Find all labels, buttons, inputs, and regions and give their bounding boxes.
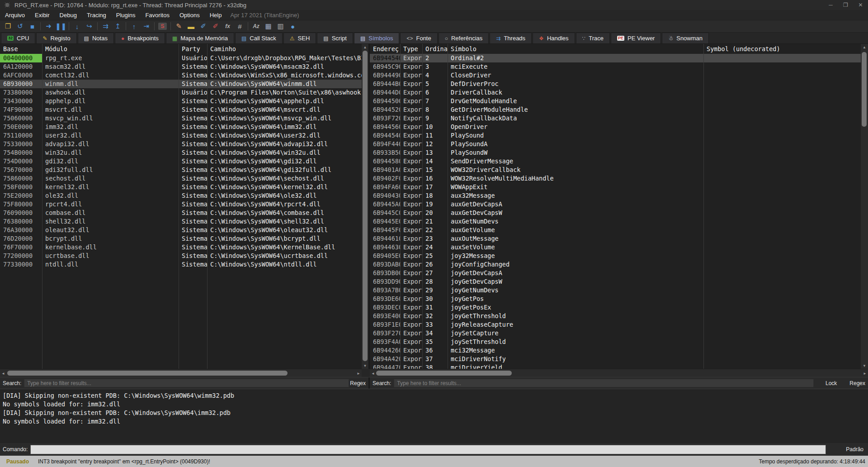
maximize-button[interactable]: ❐ — [838, 0, 853, 10]
column-header-m-dulo[interactable]: Módulo — [42, 44, 179, 54]
tab-trace[interactable]: ∵Trace — [576, 33, 610, 43]
menu-item-debug[interactable]: Debug — [55, 10, 82, 20]
step-over-icon[interactable]: ↪ — [83, 21, 95, 32]
table-row[interactable]: 6B9445F0Export22auxGetVolume — [370, 226, 861, 234]
table-row[interactable]: 75E20000ole32.dllSistemaC:\Windows\SysWO… — [0, 191, 362, 200]
command-profile-select[interactable]: Padrão — [846, 446, 868, 453]
table-row[interactable]: 6B944260Export36mci32Message — [370, 346, 861, 355]
command-input[interactable] — [30, 445, 826, 454]
table-row[interactable]: 6B944520Export8GetDriverModuleHandle — [370, 105, 861, 114]
regex-toggle[interactable]: Regex — [350, 380, 366, 386]
step-into-icon[interactable]: ↓ — [71, 21, 83, 32]
table-row[interactable]: 6B93DE60Export30joyGetPos — [370, 295, 861, 303]
table-row[interactable]: 75110000user32.dllSistemaC:\Windows\SysW… — [0, 131, 362, 140]
table-row[interactable]: 754D0000gdi32.dllSistemaC:\Windows\SysWO… — [0, 157, 362, 166]
hash-analysis-icon[interactable]: # — [234, 21, 246, 32]
table-row[interactable]: 77330000ntdll.dllSistemaC:\Windows\SysWO… — [0, 260, 362, 269]
symbols-search-input[interactable] — [394, 379, 814, 387]
memory-layout-icon[interactable]: ▥ — [274, 21, 287, 32]
table-row[interactable]: 6B93DB00Export27joyGetDevCapsA — [370, 269, 861, 277]
table-row[interactable]: 6B944560Export10OpenDriver — [370, 123, 861, 131]
column-header-ordina[interactable]: Ordina — [422, 44, 448, 54]
settings-globe-icon[interactable]: ● — [287, 21, 299, 32]
table-row[interactable]: 758F0000kernel32.dllSistemaC:\Windows\Sy… — [0, 183, 362, 191]
table-row[interactable]: 6B93DD90Export28joyGetDevCapsW — [370, 277, 861, 286]
table-row[interactable]: 6B944630Export24auxSetVolume — [370, 243, 861, 252]
table-row[interactable]: 6B945C90Export3mciExecute — [370, 62, 861, 71]
column-header-endere-[interactable]: Endereç — [370, 44, 400, 54]
table-row[interactable]: 74F90000msvcrt.dllSistemaC:\Windows\SysW… — [0, 105, 362, 114]
string-analysis-icon[interactable]: Az — [250, 21, 262, 32]
scroll-right-icon[interactable]: ► — [355, 369, 362, 377]
table-row[interactable]: 6B944580Export14SendDriverMessage — [370, 157, 861, 166]
column-header-symbol-undecorated-[interactable]: Symbol (undecorated) — [703, 44, 861, 54]
table-row[interactable]: 6B944610Export23auxOutMessage — [370, 234, 861, 243]
tab-snowman[interactable]: ☃Snowman — [662, 33, 709, 43]
table-row[interactable]: 750E0000imm32.dllSistemaC:\Windows\SysWO… — [0, 123, 362, 131]
table-row[interactable]: 00400000rpg_rt.exeUsuárioC:\Users\drxgb\… — [0, 54, 362, 62]
menu-item-favoritos[interactable]: Favoritos — [140, 10, 174, 20]
stop-icon[interactable]: ■ — [26, 21, 38, 32]
comment-icon[interactable]: ▬ — [185, 21, 197, 32]
highlight-icon[interactable]: ✐ — [209, 21, 222, 32]
open-file-icon[interactable]: ❐ — [2, 21, 14, 32]
step-out-icon[interactable]: ↑ — [128, 21, 140, 32]
scroll-right-icon[interactable]: ► — [862, 369, 868, 377]
table-row[interactable]: 6B9445E0Export21auxGetNumDevs — [370, 217, 861, 226]
skip-next-icon[interactable]: ⇥ — [140, 21, 152, 32]
modules-search-input[interactable] — [24, 379, 349, 387]
close-button[interactable]: ✕ — [853, 0, 868, 10]
menu-item-exibir[interactable]: Exibir — [30, 10, 55, 20]
table-row[interactable]: 6B94F440Export12PlaySoundA — [370, 140, 861, 148]
table-row[interactable]: 75330000advapi32.dllSistemaC:\Windows\Sy… — [0, 140, 362, 148]
tab-threads[interactable]: ⇉Threads — [490, 33, 532, 43]
regex-toggle[interactable]: Regex — [849, 380, 865, 386]
execute-till-return-icon[interactable]: ↥ — [112, 21, 124, 32]
table-row[interactable]: 6B940430Export18aux32Message — [370, 191, 861, 200]
table-row[interactable]: 76380000shell32.dllSistemaC:\Windows\Sys… — [0, 217, 362, 226]
table-row[interactable]: 6B944540Export2Ordinal#2 — [370, 54, 861, 62]
table-row[interactable]: 75670000gdi32full.dllSistemaC:\Windows\S… — [0, 166, 362, 174]
modules-horizontal-scrollbar[interactable]: ◄ ► — [0, 369, 362, 377]
table-row[interactable]: 6B94A420Export37mciDriverNotify — [370, 355, 861, 363]
table-row[interactable]: 6A120000msacm32.dllSistemaC:\Windows\Sys… — [0, 62, 362, 71]
tab-pe-viewer[interactable]: PEPE Viewer — [611, 33, 661, 43]
table-row[interactable]: 6B9445A0Export19auxGetDevCapsA — [370, 200, 861, 209]
tab-refer-ncias[interactable]: ○Referências — [439, 33, 489, 43]
table-row[interactable]: 6B944540Export11PlaySound — [370, 131, 861, 140]
table-row[interactable]: 6B93F720Export9NotifyCallbackData — [370, 114, 861, 123]
tab-seh[interactable]: ⚠SEH — [283, 33, 316, 43]
table-row[interactable]: 6B9401A0Export15WOW32DriverCallback — [370, 166, 861, 174]
column-header-s-mbolo[interactable]: Símbolo — [448, 44, 703, 54]
scroll-left-icon[interactable]: ◄ — [0, 369, 6, 377]
table-row[interactable]: 6B944470Export38mciDriverYield — [370, 363, 861, 369]
symbols-horizontal-scrollbar[interactable]: ◄ ► — [370, 369, 868, 377]
scroll-down-icon[interactable]: ▼ — [362, 362, 368, 369]
scroll-left-icon[interactable]: ◄ — [370, 369, 376, 377]
table-row[interactable]: 6B9445C0Export20auxGetDevCapsW — [370, 209, 861, 217]
table-row[interactable]: 73380000aswhook.dllUsuárioC:\Program Fil… — [0, 88, 362, 97]
tab-notas[interactable]: ▤Notas — [78, 33, 114, 43]
table-row[interactable]: 6B9444B0Export5DefDriverProc — [370, 80, 861, 88]
table-row[interactable]: 6AFC0000comctl32.dllSistemaC:\Windows\Wi… — [0, 71, 362, 80]
tab-mapa-de-mem-ria[interactable]: ▦Mapa de Memória — [166, 33, 234, 43]
lock-toggle[interactable]: Lock — [826, 380, 837, 386]
table-row[interactable]: 6B93F1E0Export33joyReleaseCapture — [370, 320, 861, 329]
table-row[interactable]: 6B9405E0Export25joy32Message — [370, 252, 861, 260]
restart-icon[interactable]: ↺ — [14, 21, 26, 32]
label-icon[interactable]: ✐ — [197, 21, 209, 32]
scrollbar-thumb[interactable] — [7, 371, 288, 376]
menu-item-options[interactable]: Options — [175, 10, 205, 20]
tab-call-stack[interactable]: ▤Call Stack — [235, 33, 283, 43]
table-row[interactable]: 75860000sechost.dllSistemaC:\Windows\Sys… — [0, 174, 362, 183]
table-row[interactable]: 6B930000winmm.dllSistemaC:\Windows\SysWO… — [0, 80, 362, 88]
symbols-vertical-scrollbar[interactable]: ▲ ▼ — [861, 44, 868, 369]
scroll-up-icon[interactable]: ▲ — [362, 44, 368, 50]
function-analysis-icon[interactable]: fx — [222, 21, 234, 32]
table-row[interactable]: 6B933B50Export13PlaySoundW — [370, 148, 861, 157]
scrollbar-thumb[interactable] — [862, 52, 867, 127]
table-row[interactable]: 6B93F4A0Export35joySetThreshold — [370, 338, 861, 346]
table-row[interactable]: 76A30000oleaut32.dllSistemaC:\Windows\Sy… — [0, 226, 362, 234]
menu-item-plugins[interactable]: Plugins — [111, 10, 141, 20]
pause-icon[interactable]: ❚❚ — [55, 21, 67, 32]
